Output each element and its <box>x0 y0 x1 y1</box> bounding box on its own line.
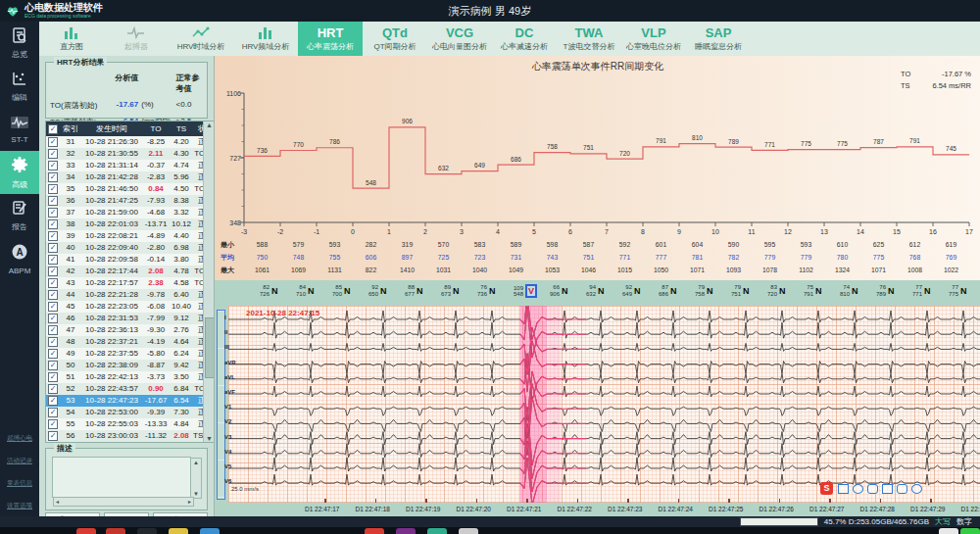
event-row-48[interactable]: ✓4810-28 22:37:21-4.194.64正常 <box>46 336 216 348</box>
row-checkbox[interactable]: ✓ <box>48 184 58 194</box>
beat-annotation-N[interactable]: 94632N <box>578 284 605 297</box>
sidebar-item-ABPM[interactable]: AABPM <box>0 237 39 280</box>
event-row-33[interactable]: ✓3310-28 21:31:14-0.374.74正常 <box>46 160 216 171</box>
event-row-51[interactable]: ✓5110-28 22:42:13-3.733.50正常 <box>46 371 216 383</box>
row-checkbox[interactable]: ✓ <box>48 396 58 406</box>
beat-annotation-N[interactable]: 76736N <box>469 284 496 297</box>
event-row-45[interactable]: ✓4510-28 22:23:05-6.0810.40正常 <box>46 301 216 313</box>
event-row-52[interactable]: ✓5210-28 22:43:570.906.84TO异.. <box>46 383 216 395</box>
toolbar-item-TWA[interactable]: TWAT波电交替分析 <box>557 22 621 56</box>
row-checkbox[interactable]: ✓ <box>48 302 58 312</box>
event-row-55[interactable]: ✓5510-28 22:55:03-13.334.84正常 <box>46 418 216 430</box>
sidebar-item-ST-T[interactable]: ST-T <box>0 108 39 151</box>
monitor-icon[interactable] <box>838 484 849 494</box>
row-checkbox[interactable]: ✓ <box>48 314 58 323</box>
beat-annotation-N[interactable]: 85700N <box>324 284 351 297</box>
taskbar-app-icon[interactable] <box>169 528 188 534</box>
event-row-34[interactable]: ✓3410-28 21:42:28-2.835.96正常 <box>46 171 216 183</box>
taskbar-app-icon[interactable] <box>960 528 980 534</box>
desc-vscroll[interactable]: ▲▼ <box>190 458 202 499</box>
event-row-44[interactable]: ✓4410-28 22:21:28-9.786.40正常 <box>46 289 216 301</box>
row-checkbox[interactable]: ✓ <box>48 243 58 253</box>
row-checkbox[interactable]: ✓ <box>48 408 58 417</box>
row-checkbox[interactable]: ✓ <box>48 372 58 382</box>
taskbar-app-icon[interactable] <box>200 528 220 534</box>
beat-annotation-N[interactable]: 82726N <box>252 284 278 297</box>
event-row-49[interactable]: ✓4910-28 22:37:55-5.806.24正常 <box>46 348 216 360</box>
row-checkbox[interactable]: ✓ <box>48 219 58 229</box>
beat-annotation-N[interactable]: 77771N <box>905 284 931 297</box>
event-row-39[interactable]: ✓3910-28 22:08:21-4.894.40正常 <box>46 230 216 242</box>
row-checkbox[interactable]: ✓ <box>48 337 58 347</box>
ecg-grid[interactable]: 2021-10-28 22:47:15 25.0 mm/s <box>228 306 980 504</box>
row-checkbox[interactable]: ✓ <box>48 278 58 288</box>
event-row-36[interactable]: ✓3610-28 21:47:25-7.938.38正常 <box>46 195 216 207</box>
mic-icon[interactable] <box>867 484 878 494</box>
beat-annotation-V[interactable]: 109548V <box>506 284 537 298</box>
row-checkbox[interactable]: ✓ <box>48 431 58 441</box>
message-icon[interactable] <box>897 484 907 494</box>
toolbar-item-QTd[interactable]: QTdQT间期分析 <box>363 22 427 56</box>
sidebar-link-活动记录[interactable]: 活动记录 <box>0 457 39 465</box>
beat-annotation-N[interactable]: 79751N <box>723 284 750 297</box>
sidebar-link-量表信息[interactable]: 量表信息 <box>0 479 39 488</box>
row-checkbox[interactable]: ✓ <box>48 419 58 429</box>
toolbar-item-SAP[interactable]: SAP睡眠窒息分析 <box>686 22 751 56</box>
beat-annotation-N[interactable]: 87686N <box>651 284 677 297</box>
taskbar-app-icon[interactable] <box>939 528 958 534</box>
row-checkbox[interactable]: ✓ <box>48 290 58 300</box>
event-row-42[interactable]: ✓4210-28 22:17:442.084.78TO异.. <box>46 266 216 277</box>
description-textarea[interactable]: ▲▼ ◄► <box>52 457 191 498</box>
toolbar-item-HRV时域分析[interactable]: HRV时域分析 <box>169 22 233 56</box>
select-all-checkbox[interactable]: ✓ <box>48 124 58 134</box>
beat-annotation-N[interactable]: 75791N <box>796 284 822 297</box>
sidebar-link-起搏心电[interactable]: 起搏心电 <box>0 434 39 443</box>
row-checkbox[interactable]: ✓ <box>48 172 58 182</box>
event-row-40[interactable]: ✓4010-28 22:09:40-2.806.98正常 <box>46 242 216 254</box>
row-checkbox[interactable]: ✓ <box>48 196 58 206</box>
beat-annotation-N[interactable]: 76789N <box>868 284 895 297</box>
taskbar-app-icon[interactable] <box>137 528 157 534</box>
event-row-32[interactable]: ✓3210-28 21:30:552.114.30TO异.. <box>46 148 216 160</box>
taskbar-app-icon[interactable] <box>106 528 125 534</box>
toolbar-item-HRT[interactable]: HRT心率震荡分析 <box>298 22 363 56</box>
sidebar-item-编辑[interactable]: 编辑 <box>0 65 39 108</box>
event-row-41[interactable]: ✓4110-28 22:09:58-0.143.80正常 <box>46 254 216 266</box>
os-taskbar[interactable] <box>0 527 980 534</box>
row-checkbox[interactable]: ✓ <box>48 231 58 241</box>
beat-annotation-N[interactable]: 79758N <box>687 284 713 297</box>
row-checkbox[interactable]: ✓ <box>48 267 58 276</box>
beat-annotation-N[interactable]: 77775N <box>941 284 967 297</box>
row-checkbox[interactable]: ✓ <box>48 208 58 218</box>
sidebar-item-高级[interactable]: 高级 <box>0 151 39 194</box>
taskbar-app-icon[interactable] <box>76 528 96 534</box>
row-checkbox[interactable]: ✓ <box>48 384 58 394</box>
row-checkbox[interactable]: ✓ <box>48 349 58 359</box>
taskbar-app-icon[interactable] <box>396 528 416 534</box>
event-row-50[interactable]: ✓5010-28 22:38:09-8.879.42正常 <box>46 360 216 371</box>
settings-icon[interactable] <box>911 484 922 494</box>
taskbar-app-icon[interactable] <box>427 528 447 534</box>
event-row-56[interactable]: ✓5610-28 23:00:03-11.322.08TS异常 <box>46 430 216 442</box>
speaker-icon[interactable] <box>882 484 893 494</box>
row-checkbox[interactable]: ✓ <box>48 325 58 335</box>
toolbar-item-直方图[interactable]: 直方图 <box>39 22 104 56</box>
event-row-35[interactable]: ✓3510-28 21:46:500.844.50TO异.. <box>46 183 216 195</box>
event-row-46[interactable]: ✓4610-28 22:31:53-7.999.12正常 <box>46 313 216 324</box>
event-row-37[interactable]: ✓3710-28 21:59:00-4.683.32正常 <box>46 207 216 218</box>
row-checkbox[interactable]: ✓ <box>48 149 58 159</box>
event-row-38[interactable]: ✓3810-28 22:01:03-13.7110.12正常 <box>46 218 216 230</box>
beat-annotation-N[interactable]: 89673N <box>433 284 460 297</box>
row-checkbox[interactable]: ✓ <box>48 255 58 265</box>
col-header-TS[interactable]: TS <box>170 121 193 136</box>
sidebar-link-设置选项[interactable]: 设置选项 <box>0 502 39 510</box>
event-row-47[interactable]: ✓4710-28 22:36:13-9.302.76正常 <box>46 324 216 336</box>
event-row-54[interactable]: ✓5410-28 22:53:00-9.397.30正常 <box>46 407 216 418</box>
event-row-43[interactable]: ✓4310-28 22:17:572.384.58TO异.. <box>46 277 216 289</box>
taskbar-app-icon[interactable] <box>459 528 478 534</box>
sidebar-item-总览[interactable]: 总览 <box>0 22 39 65</box>
beat-annotation-N[interactable]: 83720N <box>760 284 786 297</box>
col-header-TO[interactable]: TO <box>142 121 170 136</box>
beat-annotation-N[interactable]: 92649N <box>614 284 641 297</box>
taskbar-app-icon[interactable] <box>365 528 384 534</box>
